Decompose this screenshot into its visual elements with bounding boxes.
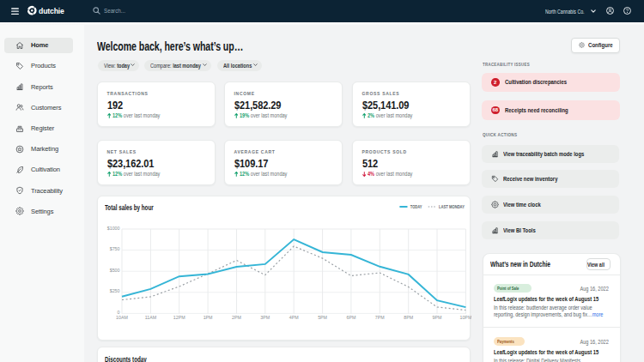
svg-text:3PM: 3PM: [260, 315, 270, 320]
svg-text:1PM: 1PM: [204, 315, 213, 320]
svg-text:4PM: 4PM: [289, 315, 299, 320]
svg-text:8PM: 8PM: [404, 315, 413, 320]
svg-text:2PM: 2PM: [232, 315, 241, 320]
svg-text:$250: $250: [110, 288, 120, 293]
svg-text:6PM: 6PM: [346, 315, 355, 320]
svg-text:10AM: 10AM: [116, 315, 128, 320]
svg-text:$1000: $1000: [107, 226, 120, 231]
svg-text:5PM: 5PM: [318, 315, 327, 320]
svg-text:7PM: 7PM: [375, 315, 385, 320]
svg-text:TODAY: TODAY: [410, 204, 422, 209]
svg-text:$750: $750: [110, 246, 120, 251]
svg-text:$500: $500: [110, 268, 120, 273]
svg-text:12PM: 12PM: [173, 315, 185, 320]
svg-text:10PM: 10PM: [459, 315, 471, 320]
svg-text:9PM: 9PM: [433, 315, 442, 320]
svg-text:LAST MONDAY: LAST MONDAY: [439, 204, 465, 209]
svg-text:11AM: 11AM: [145, 315, 156, 320]
